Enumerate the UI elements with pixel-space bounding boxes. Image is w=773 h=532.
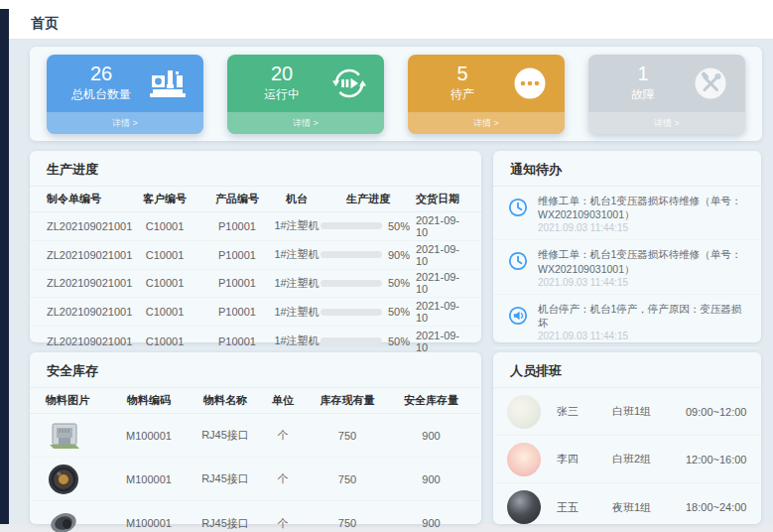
staff-row: 李四 白班2组 12:00~16:00 [493,436,761,483]
cone-speaker-image [46,506,109,532]
notice-text: 机台停产：机台1停产，停产原因：变压器损坏 [538,302,749,330]
notice-time: 2021.09.03 11:44:15 [538,331,749,341]
notice-item[interactable]: 维修工单：机台1变压器损坏待维修（单号：WX202109031001） 2021… [493,240,761,294]
avatar [507,443,541,476]
running-details-link[interactable]: 详情 > [227,112,384,134]
notice-item[interactable]: 维修工单：机台1变压器损坏待维修（单号：WX202109031001） 2021… [493,187,761,240]
production-progress-title: 生产进度 [47,162,98,177]
machine-icon [147,66,189,100]
card-running[interactable]: 20 运行中 [227,55,384,134]
staff-shift: 夜班1组 [612,500,686,515]
repair-tools-icon [691,64,730,103]
staff-name: 王五 [557,500,612,515]
staff-shift: 白班1组 [612,404,686,419]
running-label: 运行中 [264,86,300,103]
production-table-row: ZL202109021001 C10001 P10001 1#注塑机 50% 2… [30,298,481,327]
avatar [507,490,541,524]
staff-name: 张三 [557,404,612,419]
clock-icon [507,197,529,222]
pending-value: 5 [456,63,467,84]
total-machines-label: 总机台数量 [71,86,131,103]
staff-shift: 白班2组 [612,452,686,466]
collapsed-sidebar-strip [0,9,9,524]
main-area: 首页 26 总机台数量 [9,9,773,524]
card-total-machines[interactable]: 26 总机台数量 [47,55,203,134]
inventory-table-row: M100001 RJ45接口 个 750 900 [30,501,481,532]
clock-icon [507,250,529,276]
pending-details-link[interactable]: 详情 > [408,112,565,134]
staff-schedule-panel: 人员排班 张三 白班1组 09:00~12:00 李四 白班2组 12:00~1… [493,352,761,524]
ellipsis-icon [510,64,550,103]
fault-label: 故障 [631,86,655,103]
notice-time: 2021.09.03 11:44:15 [538,222,749,233]
safety-stock-title: 安全库存 [47,363,98,378]
progress-bar: 50% [321,306,416,318]
production-table-row: ZL202109021001 C10001 P10001 1#注塑机 50% 2… [30,327,481,355]
notice-time: 2021.09.03 11:44:15 [538,277,749,288]
inventory-table-row: M100001 RJ45接口 个 750 900 [30,414,481,458]
notices-panel: 通知待办 维修工单：机台1变压器损坏待维修（单号：WX202109031001）… [493,151,761,342]
inventory-table-header: 物料图片 物料编码 物料名称 单位 库存现有量 安全库存量 [30,388,481,414]
progress-bar: 50% [321,277,416,289]
avatar [507,395,541,429]
fault-value: 1 [637,63,648,84]
stat-cards-panel: 26 总机台数量 [30,47,762,141]
running-value: 20 [271,63,293,84]
total-machines-value: 26 [90,63,112,84]
round-speaker-image [46,462,109,497]
notice-text: 维修工单：机台1变压器损坏待维修（单号：WX202109031001） [538,247,749,275]
production-table-header: 制令单编号 客户编号 产品编号 机台 生产进度 交货日期 [30,187,481,212]
pending-label: 待产 [451,86,474,103]
inventory-table-row: M100001 RJ45接口 个 750 900 [30,458,481,501]
notices-title: 通知待办 [510,162,562,177]
card-fault[interactable]: 1 故障 [588,55,745,134]
notice-item[interactable]: 机台停产：机台1停产，停产原因：变压器损坏 2021.09.03 11:44:1… [493,295,761,348]
card-pending[interactable]: 5 待产 详情 > [408,55,565,134]
production-progress-panel: 生产进度 制令单编号 客户编号 产品编号 机台 生产进度 交货日期 ZL2021… [30,151,481,342]
staff-time: 09:00~12:00 [686,406,749,418]
staff-row: 张三 白班1组 09:00~12:00 [493,388,761,436]
staff-time: 12:00~16:00 [686,454,749,466]
cycle-run-icon [329,64,369,103]
fault-details-link[interactable]: 详情 > [588,112,745,134]
progress-bar: 90% [321,249,416,261]
progress-bar: 50% [321,220,416,232]
staff-name: 李四 [557,452,612,466]
production-table-row: ZL202109021001 C10001 P10001 1#注塑机 90% 2… [30,241,481,270]
speaker-icon [507,305,529,331]
staff-row: 王五 夜班1组 18:00~24:00 [493,483,761,531]
progress-bar: 50% [321,335,416,347]
production-table-row: ZL202109021001 C10001 P10001 1#注塑机 50% 2… [30,212,481,241]
staff-schedule-title: 人员排班 [510,363,562,378]
topbar: 首页 [9,9,773,40]
notice-text: 维修工单：机台1变压器损坏待维修（单号：WX202109031001） [538,194,749,221]
staff-time: 18:00~24:00 [686,501,749,513]
production-table-row: ZL202109021001 C10001 P10001 1#注塑机 50% 2… [30,270,481,299]
rj45-connector-image [46,419,109,453]
dashboard-content: 26 总机台数量 [9,40,773,524]
safety-stock-panel: 安全库存 物料图片 物料编码 物料名称 单位 库存现有量 安全库存量 [30,352,481,524]
dashboard-screen: 首页 26 总机台数量 [0,0,773,532]
total-machines-details-link[interactable]: 详情 > [47,112,203,134]
breadcrumb-home[interactable]: 首页 [31,15,59,33]
